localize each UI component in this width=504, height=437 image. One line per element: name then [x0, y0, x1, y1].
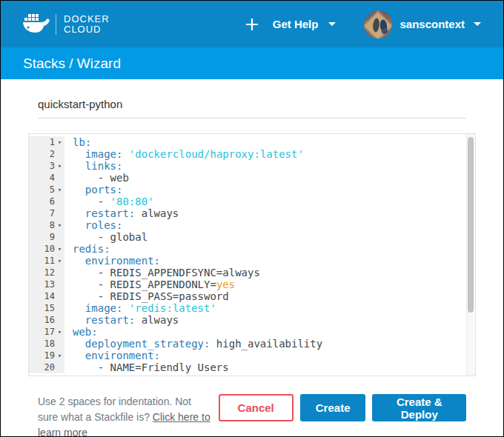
code-line[interactable]: deployment_strategy: high_availability [64, 338, 322, 350]
chevron-down-icon [328, 22, 336, 26]
code-line[interactable]: web: [64, 326, 98, 338]
line-number: 19 [44, 350, 55, 361]
gutter-cell: 14 [29, 290, 64, 302]
fold-arrow-icon[interactable]: ▾ [55, 184, 64, 196]
line-number: 12 [44, 267, 55, 278]
gutter-cell: 16 [29, 314, 64, 326]
gutter-cell[interactable]: 11▾ [29, 255, 64, 267]
breadcrumb-bar: Stacks / Wizard [1, 47, 503, 79]
code-line[interactable]: - global [64, 231, 147, 243]
gutter-cell[interactable]: 19▾ [29, 350, 64, 361]
line-number: 5 [50, 184, 55, 196]
code-line[interactable]: - REDIS_APPENDONLY=yes [64, 278, 235, 290]
line-number: 16 [44, 314, 55, 326]
create-and-deploy-button[interactable]: Create & Deploy [372, 394, 466, 421]
code-line[interactable]: redis: [64, 243, 110, 255]
chevron-down-icon [474, 22, 481, 26]
create-button[interactable]: Create [300, 394, 366, 421]
avatar[interactable] [364, 10, 392, 39]
editor-line[interactable]: 6 - '80:80' [29, 196, 475, 207]
code-line[interactable]: image: 'dockercloud/haproxy:latest' [64, 148, 304, 160]
app-header: DOCKER CLOUD Get Help [1, 1, 503, 47]
editor-line[interactable]: 17▾web: [29, 326, 475, 338]
line-number: 15 [44, 302, 55, 314]
editor-line[interactable]: 19▾ environment: [29, 350, 475, 361]
gutter-cell: 12 [29, 267, 64, 278]
logo-line-1: DOCKER [64, 13, 110, 24]
code-line[interactable]: roles: [64, 219, 122, 231]
stack-name-input[interactable] [38, 93, 466, 119]
get-help-menu[interactable]: Get Help [273, 18, 336, 30]
logo-text: DOCKER CLOUD [64, 14, 110, 35]
editor-line[interactable]: 16 restart: always [29, 314, 475, 326]
code-line[interactable]: - REDIS_PASS=password [64, 290, 229, 302]
docker-cloud-logo[interactable]: DOCKER CLOUD [23, 13, 110, 36]
line-number: 18 [44, 338, 55, 350]
line-number: 13 [44, 278, 55, 290]
code-line[interactable]: links: [64, 160, 122, 172]
gutter-cell[interactable]: 3▾ [29, 160, 64, 172]
code-line[interactable]: environment: [64, 350, 160, 361]
stackfile-editor[interactable]: 1▾lb:2 image: 'dockercloud/haproxy:lates… [28, 133, 476, 376]
editor-line[interactable]: 12 - REDIS_APPENDFSYNC=always [29, 267, 475, 278]
fold-arrow-icon[interactable]: ▾ [55, 136, 64, 148]
plus-icon [245, 22, 259, 33]
editor-line[interactable]: 11▾ environment: [29, 255, 475, 267]
get-help-label: Get Help [273, 18, 319, 30]
fold-arrow-icon[interactable]: ▾ [55, 255, 64, 267]
fold-arrow-icon[interactable]: ▾ [55, 243, 64, 255]
gutter-cell: 4 [29, 172, 64, 184]
user-menu[interactable]: sanscontext [399, 18, 481, 30]
code-line[interactable]: - web [64, 172, 129, 184]
editor-line[interactable]: 3▾ links: [29, 160, 475, 172]
add-stack-button[interactable] [242, 15, 262, 34]
editor-line[interactable]: 14 - REDIS_PASS=password [29, 290, 475, 302]
code-line[interactable]: environment: [64, 255, 160, 267]
gutter-cell[interactable]: 8▾ [29, 219, 64, 231]
line-number: 7 [50, 207, 55, 219]
editor-line[interactable]: 2 image: 'dockercloud/haproxy:latest' [29, 148, 475, 160]
code-line[interactable]: - REDIS_APPENDFSYNC=always [64, 267, 260, 278]
editor-line[interactable]: 13 - REDIS_APPENDONLY=yes [29, 278, 475, 290]
editor-line[interactable]: 4 - web [29, 172, 475, 184]
gutter-cell[interactable]: 5▾ [29, 184, 64, 196]
cancel-button[interactable]: Cancel [219, 394, 294, 421]
code-line[interactable]: restart: always [64, 207, 179, 219]
gutter-cell: 2 [29, 148, 64, 160]
editor-scrollbar-thumb[interactable] [468, 137, 474, 313]
fold-arrow-icon[interactable]: ▾ [55, 160, 64, 172]
code-line[interactable]: ports: [64, 184, 122, 196]
gutter-cell: 13 [29, 278, 64, 290]
fold-arrow-icon[interactable]: ▾ [55, 219, 64, 231]
code-line[interactable]: - '80:80' [64, 196, 154, 207]
code-line[interactable]: lb: [64, 136, 91, 148]
gutter-cell[interactable]: 1▾ [29, 136, 64, 148]
editor-line[interactable]: 10▾redis: [29, 243, 475, 255]
logo-line-2: CLOUD [64, 24, 102, 35]
gutter-cell[interactable]: 17▾ [29, 326, 64, 338]
editor-line[interactable]: 15 image: 'redis:latest' [29, 302, 475, 314]
code-line[interactable]: - NAME=Friendly Users [64, 361, 229, 373]
editor-line[interactable]: 20 - NAME=Friendly Users [29, 361, 475, 373]
gutter-cell: 20 [29, 361, 64, 373]
gutter-cell: 9 [29, 231, 64, 243]
editor-lines: 1▾lb:2 image: 'dockercloud/haproxy:lates… [29, 136, 475, 373]
editor-line[interactable]: 5▾ ports: [29, 184, 475, 196]
line-number: 2 [50, 148, 55, 160]
line-number: 4 [50, 172, 55, 184]
gutter-cell: 6 [29, 196, 64, 207]
code-line[interactable]: image: 'redis:latest' [64, 302, 216, 314]
fold-arrow-icon[interactable]: ▾ [55, 350, 64, 361]
gutter-cell: 7 [29, 207, 64, 219]
gutter-cell[interactable]: 10▾ [29, 243, 64, 255]
editor-line[interactable]: 18 deployment_strategy: high_availabilit… [29, 338, 475, 350]
code-line[interactable]: restart: always [64, 314, 179, 326]
gutter-cell: 15 [29, 302, 64, 314]
editor-line[interactable]: 7 restart: always [29, 207, 475, 219]
editor-line[interactable]: 1▾lb: [29, 136, 475, 148]
editor-line[interactable]: 8▾ roles: [29, 219, 475, 231]
fold-arrow-icon[interactable]: ▾ [55, 326, 64, 338]
line-number: 17 [44, 326, 55, 338]
editor-scrollbar-track[interactable] [466, 134, 475, 376]
editor-line[interactable]: 9 - global [29, 231, 475, 243]
